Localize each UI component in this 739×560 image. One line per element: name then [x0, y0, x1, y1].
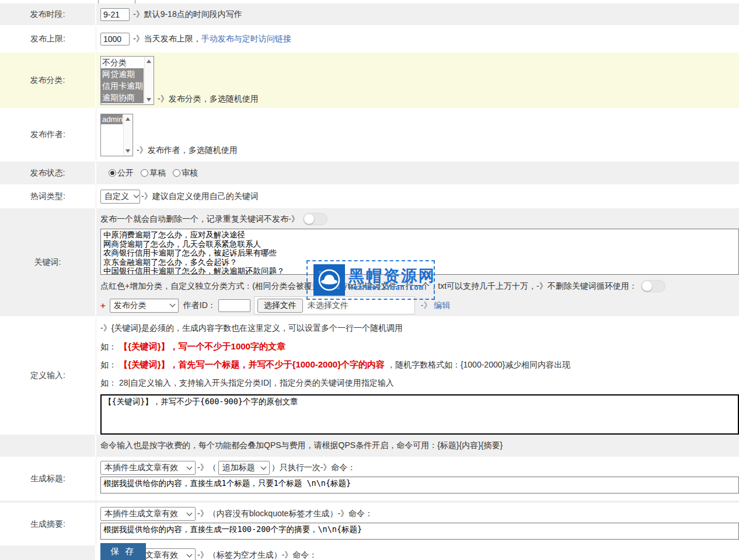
radio-public-icon[interactable] — [109, 169, 116, 177]
publish-category-note: -》发布分类，多选随机使用 — [158, 94, 259, 104]
chevron-down-icon — [187, 510, 193, 516]
hotword-type-note: -》建议自定义使用自己的关键词 — [141, 191, 259, 202]
radio-item-draft[interactable]: 草稿 — [141, 168, 166, 178]
author-id-input[interactable] — [218, 299, 250, 312]
label-gen-title: 生成标题: — [0, 457, 96, 501]
example-prefix: 如： — [100, 360, 117, 369]
input-fragment — [98, 0, 135, 4]
chevron-down-icon — [187, 551, 193, 557]
label-publish-status: 发布状态: — [0, 162, 96, 184]
gen-title-mode-value: 追加标题 — [222, 463, 255, 473]
label-publish-author: 发布作者: — [0, 108, 96, 162]
example-red-text: 【{关键词}】，首先写一个标题，并写不少于{1000-2000}个字的内容 — [119, 359, 385, 369]
gen-title-scope-select[interactable]: 本插件生成文章有效 — [100, 461, 196, 475]
category-option[interactable]: 网贷逾期 — [101, 68, 144, 80]
gen-summary-command-textarea[interactable]: 根据我提供给你的内容，直接生成一段100-200个字的摘要，\n\n{标题} — [100, 523, 739, 540]
label-publish-category: 发布分类: — [0, 52, 96, 108]
custom-input-example: 如： 【{关键词}】，首先写一个标题，并写不少于{1000-2000}个字的内容… — [100, 359, 739, 370]
row-publish-status: 发布状态: 公开 草稿 审核 — [0, 162, 739, 184]
chevron-down-icon — [134, 192, 140, 198]
publish-time-input[interactable] — [100, 8, 130, 21]
choose-file-button[interactable]: 选择文件 — [257, 299, 303, 313]
toggle-knob — [304, 214, 314, 224]
file-status-text: 未选择文件 — [308, 300, 348, 311]
auto-delete-toggle[interactable] — [303, 213, 327, 225]
keywords-textarea[interactable]: 中原消费逾期了怎么办，应对及解决途径 网商贷逾期了怎么办，几天会联系紧急联系人 … — [100, 229, 739, 275]
edit-link[interactable]: 编辑 — [434, 300, 450, 310]
example-suffix: 28|自定义输入，支持输入开头指定分类ID|，指定分类的关键词使用指定输入 — [119, 378, 394, 387]
radio-review-label: 审核 — [182, 168, 198, 178]
custom-input-textarea[interactable]: 【{关键词}】，并写不少于{600-900}个字的原创文章 — [100, 394, 739, 435]
category-option[interactable]: 不分类 — [101, 57, 144, 68]
scroll-up-icon[interactable] — [147, 60, 151, 63]
label-publish-time: 发布时段: — [0, 4, 96, 25]
label-keywords: 关键词: — [0, 208, 96, 316]
row-publish-time: 发布时段: -》默认9-18点的时间段内写作 — [0, 4, 739, 25]
chevron-down-icon — [169, 302, 175, 307]
radio-review-icon[interactable] — [173, 169, 180, 177]
author-id-label: 作者ID： — [183, 300, 216, 311]
scroll-down-icon[interactable] — [126, 149, 130, 153]
keywords-upload-hint: 点红色+增加分类，自定义独立分类方式：(相同分类会被覆盖)，上传txt关键词文件… — [100, 281, 637, 292]
example-prefix: 如： — [100, 378, 117, 387]
keep-keywords-toggle[interactable] — [641, 280, 665, 292]
example-red-text: 【{关键词}】，写一个不少于1000字的文章 — [119, 341, 285, 351]
row-gen-title: 生成标题: 本插件生成文章有效 -》（ 追加标题 ）只执行一次-》命令： 根据我… — [0, 457, 739, 501]
publish-category-listbox[interactable]: 不分类 网贷逾期 信用卡逾期 逾期协商 — [100, 56, 154, 105]
radio-item-review[interactable]: 审核 — [173, 168, 198, 178]
radio-item-public[interactable]: 公开 — [109, 168, 134, 178]
scroll-up-icon[interactable] — [126, 117, 130, 121]
publish-author-listbox[interactable]: admin — [100, 114, 133, 156]
publish-limit-input[interactable] — [100, 33, 130, 46]
row-publish-author: 发布作者: admin -》发布作者，多选随机使用 — [0, 108, 739, 162]
listbox-scrollbar[interactable] — [144, 57, 154, 104]
gen-title-mode-select[interactable]: 追加标题 — [218, 461, 270, 475]
row-keywords: 关键词: 发布一个就会自动删除一个，记录重复关键词不发布-》 中原消费逾期了怎么… — [0, 208, 739, 316]
gen-summary-tail-text: -》（内容没有blockquote标签才生成）-》命令： — [197, 509, 373, 519]
gen-title-command-textarea[interactable]: 根据我提供给你的内容，直接生成1个标题，只要1个标题 \n\n{标题} — [100, 477, 739, 494]
chevron-down-icon — [187, 464, 193, 470]
label-hotword-type: 热词类型: — [0, 184, 96, 208]
listbox-scrollbar[interactable] — [123, 114, 133, 156]
gen-title-scope-value: 本插件生成文章有效 — [104, 463, 178, 473]
manual-publish-link[interactable]: 手动发布与定时访问链接 — [201, 34, 291, 44]
radio-draft-icon[interactable] — [141, 169, 148, 177]
save-button[interactable]: 保 存 — [100, 543, 146, 560]
category-option[interactable]: 逾期协商 — [101, 92, 144, 103]
publish-time-note: -》默认9-18点的时间段内写作 — [133, 9, 242, 20]
label-empty — [0, 545, 96, 560]
category-option[interactable]: 信用卡逾期 — [101, 80, 144, 92]
publish-author-note: -》发布作者，多选随机使用 — [137, 145, 238, 156]
keyword-category-select[interactable]: 发布分类 — [110, 299, 179, 313]
label-publish-limit: 发布上限: — [0, 25, 96, 52]
custom-input-hint: -》{关键词}是必须的，生成内容字数也在这里定义，可以设置多个一行一个随机调用 — [100, 322, 739, 334]
gen-summary-scope-value: 本插件生成文章有效 — [104, 509, 178, 519]
label-gen-summary: 生成摘要: — [0, 503, 96, 545]
row-gen-summary: 生成摘要: 本插件生成文章有效 -》（内容没有blockquote标签才生成）-… — [0, 503, 739, 545]
keywords-toggle-label: 发布一个就会自动删除一个，记录重复关键词不发布-》 — [100, 214, 299, 225]
radio-draft-label: 草稿 — [149, 168, 166, 178]
row-publish-limit: 发布上限: -》当天发布上限， 手动发布与定时访问链接 — [0, 25, 739, 52]
row-command-info: 命令输入也是按字收费的，每个功能都会叠加QPS与费用，请根据QPS条件开启，命令… — [0, 435, 739, 457]
add-category-button[interactable]: + — [100, 300, 106, 310]
gen-title-mid-text: -》（ — [197, 463, 217, 473]
hotword-type-select[interactable]: 自定义 — [100, 190, 140, 204]
keyword-category-value: 发布分类 — [114, 300, 147, 311]
previous-row-fragment — [0, 0, 739, 4]
gen-summary-scope-select[interactable]: 本插件生成文章有效 — [100, 507, 196, 521]
example-prefix: 如： — [100, 342, 117, 351]
gen-title-tail-text: ）只执行一次-》命令： — [271, 463, 356, 473]
hotword-type-value: 自定义 — [104, 191, 129, 202]
file-input[interactable]: 选择文件 未选择文件 — [254, 296, 415, 314]
custom-input-example: 如： 【{关键词}】，写一个不少于1000字的文章 — [100, 341, 739, 352]
command-info-text: 命令输入也是按字收费的，每个功能都会叠加QPS与费用，请根据QPS条件开启，命令… — [100, 440, 503, 451]
scroll-down-icon[interactable] — [147, 98, 151, 102]
radio-public-label: 公开 — [117, 168, 134, 178]
custom-input-example: 如： 28|自定义输入，支持输入开头指定分类ID|，指定分类的关键词使用指定输入 — [100, 377, 739, 388]
edit-arrow: -》 — [421, 300, 432, 310]
example-suffix: ，随机字数格式如：{1000-2000}减少相同内容出现 — [387, 360, 570, 369]
row-custom-input: 定义输入: -》{关键词}是必须的，生成内容字数也在这里定义，可以设置多个一行一… — [0, 316, 739, 435]
author-option[interactable]: admin — [101, 114, 123, 124]
label-custom-input: 定义输入: — [0, 316, 96, 435]
toggle-knob — [642, 281, 652, 291]
